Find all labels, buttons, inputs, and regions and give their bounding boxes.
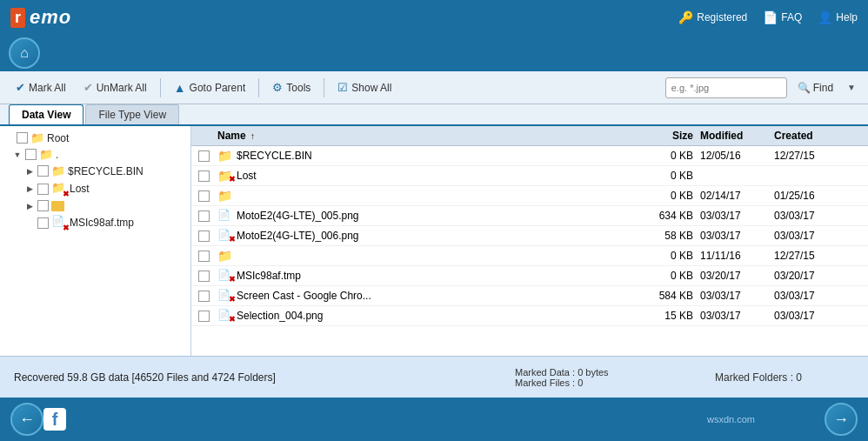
row-filename: MotoE2(4G-LTE)_005.png bbox=[237, 210, 639, 222]
error-badge: ✖ bbox=[229, 275, 236, 283]
registered-button[interactable]: 🔑 Registered bbox=[678, 10, 747, 24]
header-name[interactable]: Name ↑ bbox=[217, 130, 639, 142]
row-checkbox-wrap bbox=[198, 150, 217, 162]
row-checkbox-wrap bbox=[198, 291, 217, 302]
row-checkbox[interactable] bbox=[198, 291, 210, 302]
row-filename: MotoE2(4G-LTE)_006.png bbox=[237, 230, 639, 242]
faq-label: FAQ bbox=[781, 11, 802, 23]
home-button[interactable]: ⌂ bbox=[9, 37, 40, 69]
error-badge-lost: ✖ bbox=[63, 190, 70, 198]
checkbox-lost[interactable] bbox=[37, 184, 49, 195]
toggle-empty[interactable]: ▶ bbox=[24, 201, 35, 211]
row-checkbox-wrap bbox=[198, 251, 217, 262]
header-modified[interactable]: Modified bbox=[700, 130, 774, 142]
row-folder-icon: 📁 bbox=[217, 249, 233, 263]
tree-item-root[interactable]: 📁 Root bbox=[0, 130, 190, 146]
show-all-button[interactable]: ☑ Show All bbox=[331, 78, 398, 97]
home-row: ⌂ bbox=[0, 35, 868, 71]
row-checkbox[interactable] bbox=[198, 210, 210, 222]
marked-files-text: Marked Files : 0 bbox=[515, 378, 583, 388]
tree-item-lost[interactable]: ▶ 📁 ✖ Lost bbox=[0, 179, 190, 198]
status-main-text: Recovered 59.8 GB data [46520 Files and … bbox=[14, 371, 489, 384]
tree-item-empty[interactable]: ▶ bbox=[0, 198, 190, 213]
toggle-dot[interactable]: ▼ bbox=[12, 150, 23, 160]
search-input[interactable] bbox=[665, 77, 787, 98]
key-icon: 🔑 bbox=[678, 10, 693, 24]
logo-text: emo bbox=[30, 6, 71, 29]
table-row[interactable]: 📄 ✖ MSIc98af.tmp 0 KB 03/20/17 03/20/17 bbox=[191, 266, 868, 286]
header-size[interactable]: Size bbox=[639, 130, 700, 142]
facebook-label: f bbox=[52, 410, 58, 430]
checkbox-empty[interactable] bbox=[37, 200, 49, 211]
error-badge: ✖ bbox=[229, 315, 236, 323]
tree-item-msi[interactable]: 📄 ✖ MSIc98af.tmp bbox=[0, 213, 190, 232]
folder-icon-dot: 📁 bbox=[39, 148, 53, 161]
tab-data-view[interactable]: Data View bbox=[9, 104, 83, 124]
tree-item-recycle[interactable]: ▶ 📁 $RECYCLE.BIN bbox=[0, 163, 190, 179]
row-name-cell: 📄 ✖ MotoE2(4G-LTE)_006.png bbox=[217, 229, 639, 243]
tree-label-lost: Lost bbox=[70, 183, 90, 195]
facebook-icon[interactable]: f bbox=[43, 408, 66, 431]
watermark: wsxdn.com bbox=[707, 414, 755, 424]
row-file-icon: 📄 ✖ bbox=[217, 309, 233, 323]
row-folder-icon: 📁 bbox=[217, 149, 233, 163]
row-created: 12/27/15 bbox=[774, 150, 861, 162]
table-row[interactable]: 📄 ✖ Selection_004.png 15 KB 03/03/17 03/… bbox=[191, 306, 868, 326]
faq-button[interactable]: 📄 FAQ bbox=[763, 10, 802, 24]
table-row[interactable]: 📁 $RECYCLE.BIN 0 KB 12/05/16 12/27/15 bbox=[191, 146, 868, 166]
forward-button[interactable]: → bbox=[825, 403, 858, 436]
row-checkbox-wrap bbox=[198, 190, 217, 202]
help-label: Help bbox=[836, 11, 858, 23]
row-created: 03/03/17 bbox=[774, 210, 861, 222]
bottom-bar: ← f wsxdn.com → bbox=[0, 398, 868, 441]
table-row[interactable]: 📁 ✖ Lost 0 KB bbox=[191, 166, 868, 186]
checkbox-msi[interactable] bbox=[37, 217, 49, 229]
row-checkbox[interactable] bbox=[198, 190, 210, 202]
row-created: 03/03/17 bbox=[774, 290, 861, 302]
row-name-cell: 📄 ✖ MSIc98af.tmp bbox=[217, 269, 639, 283]
tab-file-type-view[interactable]: File Type View bbox=[85, 104, 179, 124]
mark-all-button[interactable]: ✔ Mark All bbox=[9, 78, 73, 97]
mark-all-label: Mark All bbox=[29, 82, 66, 94]
marked-data-text: Marked Data : 0 bytes bbox=[515, 367, 609, 378]
help-button[interactable]: 👤 Help bbox=[818, 10, 858, 24]
row-checkbox-wrap bbox=[198, 311, 217, 322]
tools-button[interactable]: ⚙ Tools bbox=[265, 78, 317, 97]
row-checkbox[interactable] bbox=[198, 251, 210, 262]
table-row[interactable]: 📄 MotoE2(4G-LTE)_005.png 634 KB 03/03/17… bbox=[191, 206, 868, 226]
tree-label-recycle: $RECYCLE.BIN bbox=[68, 165, 144, 177]
dropdown-arrow[interactable]: ▼ bbox=[844, 81, 859, 94]
goto-parent-button[interactable]: ▲ Goto Parent bbox=[167, 78, 253, 97]
row-file-icon: 📄 ✖ bbox=[217, 269, 233, 283]
header-created[interactable]: Created bbox=[774, 130, 861, 142]
row-created: 03/03/17 bbox=[774, 310, 861, 322]
row-checkbox[interactable] bbox=[198, 170, 210, 182]
row-size: 58 KB bbox=[639, 230, 700, 242]
status-bar: Recovered 59.8 GB data [46520 Files and … bbox=[0, 356, 868, 398]
row-checkbox[interactable] bbox=[198, 150, 210, 162]
goto-parent-label: Goto Parent bbox=[190, 82, 246, 94]
table-row[interactable]: 📁 0 KB 11/11/16 12/27/15 bbox=[191, 246, 868, 266]
checkbox-recycle[interactable] bbox=[37, 165, 49, 177]
table-row[interactable]: 📄 ✖ MotoE2(4G-LTE)_006.png 58 KB 03/03/1… bbox=[191, 226, 868, 246]
file-icon: 📄 bbox=[217, 209, 230, 221]
tools-icon: ⚙ bbox=[272, 81, 283, 94]
row-size: 634 KB bbox=[639, 210, 700, 222]
tree-item-dot[interactable]: ▼ 📁 . bbox=[0, 146, 190, 163]
row-checkbox[interactable] bbox=[198, 311, 210, 322]
unmark-all-button[interactable]: ✔ UnMark All bbox=[77, 78, 154, 97]
registered-label: Registered bbox=[697, 11, 747, 23]
row-modified: 03/03/17 bbox=[700, 230, 774, 242]
table-row[interactable]: 📁 0 KB 02/14/17 01/25/16 bbox=[191, 186, 868, 206]
table-row[interactable]: 📄 ✖ Screen Cast - Google Chro... 584 KB … bbox=[191, 286, 868, 306]
back-button[interactable]: ← bbox=[10, 403, 43, 436]
row-checkbox[interactable] bbox=[198, 231, 210, 242]
checkbox-dot[interactable] bbox=[25, 149, 37, 160]
toggle-lost[interactable]: ▶ bbox=[24, 184, 35, 194]
tools-label: Tools bbox=[286, 82, 310, 94]
checkbox-root[interactable] bbox=[17, 132, 28, 144]
find-button[interactable]: 🔍 Find bbox=[791, 79, 840, 97]
toggle-recycle[interactable]: ▶ bbox=[24, 166, 35, 177]
file-panel: Name ↑ Size Modified Created 📁 $RECYCLE.… bbox=[191, 126, 868, 356]
row-checkbox[interactable] bbox=[198, 271, 210, 282]
